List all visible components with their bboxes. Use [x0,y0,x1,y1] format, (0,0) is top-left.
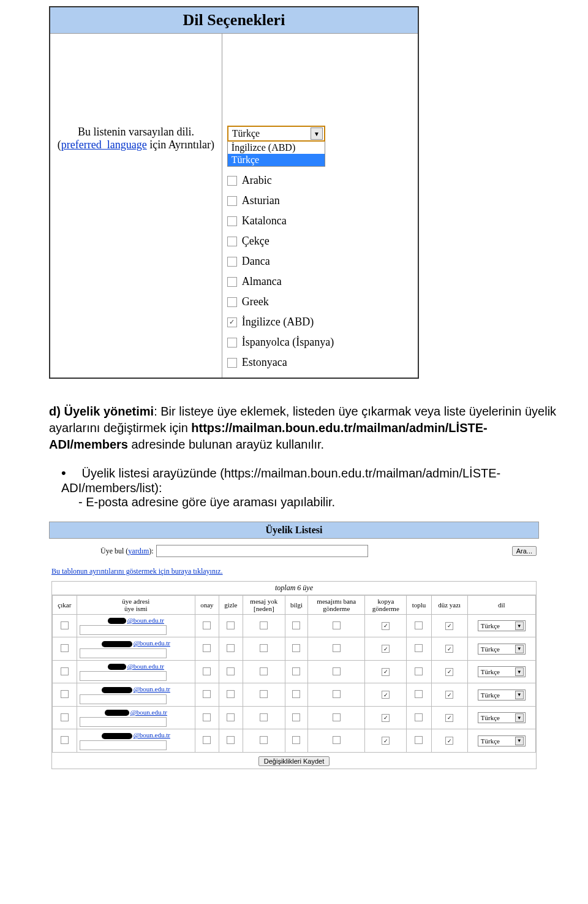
member-language-select[interactable]: Türkçe▼ [478,644,526,655]
member-option-checkbox[interactable] [292,621,300,629]
remove-checkbox[interactable] [61,713,69,721]
remove-checkbox[interactable] [61,621,69,629]
language-checkbox[interactable] [227,237,237,246]
member-name-input[interactable] [80,625,167,635]
member-language-select[interactable]: Türkçe▼ [478,712,526,723]
member-option-checkbox[interactable] [227,736,235,744]
remove-checkbox[interactable] [61,667,69,675]
language-checkbox[interactable] [227,338,237,348]
members-count: toplam 6 üye [52,582,536,595]
member-option-checkbox[interactable] [292,644,300,652]
member-option-checkbox[interactable] [260,621,268,629]
member-option-checkbox[interactable] [292,667,300,675]
chevron-down-icon: ▼ [515,645,524,653]
language-checkbox[interactable] [227,297,237,307]
member-option-checkbox[interactable] [260,644,268,652]
search-button[interactable]: Ara... [512,546,537,556]
language-checkbox[interactable] [227,216,237,226]
member-option-checkbox[interactable] [333,621,341,629]
member-option-checkbox[interactable]: ✓ [445,668,453,676]
member-option-checkbox[interactable] [227,713,235,721]
language-label: Estonyaca [242,356,287,369]
member-email-link[interactable]: @boun.edu.tr [127,663,164,670]
member-option-checkbox[interactable]: ✓ [445,737,453,745]
member-email-link[interactable]: @boun.edu.tr [134,685,170,693]
member-option-checkbox[interactable] [333,644,341,652]
default-language-dropdown[interactable]: Türkçe ▼ [227,126,325,142]
member-option-checkbox[interactable] [227,667,235,675]
member-language-select[interactable]: Türkçe▼ [478,666,526,677]
member-option-checkbox[interactable] [292,690,300,698]
dropdown-option[interactable]: Türkçe [228,154,325,166]
member-option-checkbox[interactable] [203,667,211,675]
member-option-checkbox[interactable] [260,713,268,721]
member-option-checkbox[interactable] [415,644,423,652]
member-option-checkbox[interactable] [415,736,423,744]
member-email-link[interactable]: @boun.edu.tr [134,639,170,647]
member-option-checkbox[interactable] [333,713,341,721]
member-email-link[interactable]: @boun.edu.tr [134,731,170,739]
member-language-select[interactable]: Türkçe▼ [478,735,526,746]
member-option-checkbox[interactable] [415,713,423,721]
member-option-checkbox[interactable] [227,621,235,629]
member-option-checkbox[interactable]: ✓ [382,645,390,653]
member-search-input[interactable] [156,545,368,557]
member-option-checkbox[interactable]: ✓ [445,645,453,653]
member-name-input[interactable] [80,694,167,704]
member-option-checkbox[interactable]: ✓ [382,668,390,676]
language-checkbox[interactable] [227,257,237,267]
language-checkbox[interactable] [227,277,237,287]
member-option-checkbox[interactable] [415,621,423,629]
column-header: mesajımı banagönderme [308,596,365,615]
member-option-checkbox[interactable]: ✓ [382,714,390,722]
language-checkbox[interactable] [227,176,237,186]
language-checkbox[interactable] [227,358,237,368]
member-name-input[interactable] [80,671,167,681]
member-option-checkbox[interactable]: ✓ [445,691,453,699]
dropdown-option[interactable]: İngilizce (ABD) [228,142,325,154]
member-option-checkbox[interactable] [415,690,423,698]
save-changes-button[interactable]: Değişiklikleri Kaydet [258,756,330,766]
language-checkbox[interactable] [227,196,237,206]
member-option-checkbox[interactable] [227,644,235,652]
member-option-checkbox[interactable] [292,736,300,744]
member-option-checkbox[interactable] [415,667,423,675]
member-option-checkbox[interactable] [203,713,211,721]
member-option-checkbox[interactable]: ✓ [382,691,390,699]
member-option-checkbox[interactable] [292,713,300,721]
member-option-checkbox[interactable] [203,644,211,652]
column-header: bilgi [285,596,307,615]
member-option-checkbox[interactable]: ✓ [445,714,453,722]
member-language-select[interactable]: Türkçe▼ [478,689,526,701]
member-option-checkbox[interactable]: ✓ [382,622,390,630]
member-option-checkbox[interactable] [333,736,341,744]
language-option: Asturian [227,191,413,211]
member-option-checkbox[interactable] [333,667,341,675]
preferred-language-link[interactable]: preferred_language [61,139,147,151]
member-option-checkbox[interactable] [260,690,268,698]
remove-checkbox[interactable] [61,644,69,652]
table-legend-link[interactable]: Bu tablonun ayrıntılarını göstermek için… [51,567,537,576]
member-option-checkbox[interactable] [333,690,341,698]
remove-checkbox[interactable] [61,690,69,698]
member-option-checkbox[interactable] [260,667,268,675]
column-header: onay [195,596,219,615]
member-option-checkbox[interactable]: ✓ [382,737,390,745]
member-email-link[interactable]: @boun.edu.tr [127,617,164,624]
member-email-link[interactable]: @boun.edu.tr [130,708,167,716]
member-option-checkbox[interactable] [203,736,211,744]
member-option-checkbox[interactable] [203,621,211,629]
member-option-checkbox[interactable] [260,736,268,744]
member-option-checkbox[interactable] [227,690,235,698]
remove-checkbox[interactable] [61,736,69,744]
member-name-input[interactable] [80,740,167,750]
section-d-title: d) Üyelik yönetimi [49,405,154,418]
language-checkbox[interactable]: ✓ [227,317,237,327]
column-header: toplu [407,596,431,615]
search-help-link[interactable]: yardım [128,547,149,555]
member-name-input[interactable] [80,717,167,727]
member-language-select[interactable]: Türkçe▼ [478,620,526,631]
member-option-checkbox[interactable] [203,690,211,698]
member-option-checkbox[interactable]: ✓ [445,622,453,630]
member-name-input[interactable] [80,648,167,658]
